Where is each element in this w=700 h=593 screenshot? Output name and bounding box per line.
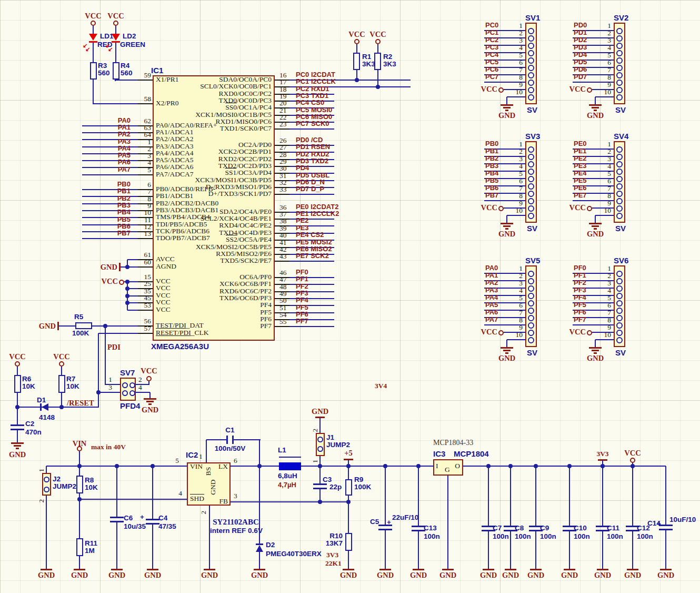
header-pin[interactable]: [528, 161, 534, 167]
sv7-pin[interactable]: [129, 382, 135, 388]
jumper-pin[interactable]: [317, 446, 323, 452]
sv7-pin[interactable]: [122, 390, 128, 396]
jumper-pin[interactable]: [44, 487, 49, 492]
header-pin[interactable]: [528, 285, 534, 292]
header-pin[interactable]: [616, 285, 623, 292]
sv7-pin[interactable]: [129, 390, 135, 396]
led-icon[interactable]: [89, 34, 97, 41]
vcc-icon[interactable]: [15, 361, 20, 367]
header-pin[interactable]: [528, 72, 534, 78]
header-pin[interactable]: [528, 183, 534, 190]
resistor-r7[interactable]: [58, 375, 65, 393]
header-pin[interactable]: [528, 213, 534, 219]
header-pin[interactable]: [616, 176, 623, 182]
diode-d1-icon[interactable]: [42, 403, 48, 411]
header-pin[interactable]: [616, 87, 623, 93]
vcc-icon[interactable]: [91, 21, 96, 26]
header-pin[interactable]: [616, 28, 623, 34]
header-pin[interactable]: [616, 205, 623, 212]
header-pin[interactable]: [616, 322, 623, 329]
vcc-icon[interactable]: [587, 87, 592, 93]
header-pin[interactable]: [528, 300, 534, 307]
header-pin[interactable]: [616, 191, 623, 197]
resistor-r6[interactable]: [14, 375, 21, 393]
header-pin[interactable]: [616, 35, 623, 42]
vcc-icon[interactable]: [587, 330, 592, 335]
resistor-r1[interactable]: [353, 53, 360, 70]
header-pin[interactable]: [528, 50, 534, 56]
header-pin[interactable]: [528, 43, 534, 49]
header-pin[interactable]: [528, 146, 534, 153]
sv7-body[interactable]: [120, 378, 136, 401]
vin-icon[interactable]: [77, 446, 82, 451]
diode-d2-icon[interactable]: [256, 545, 263, 552]
vcc-icon[interactable]: [498, 87, 504, 93]
header-pin[interactable]: [528, 169, 534, 175]
resistor-r8[interactable]: [76, 476, 83, 493]
header-pin[interactable]: [616, 293, 623, 299]
header-pin[interactable]: [616, 50, 623, 56]
header-pin[interactable]: [616, 213, 623, 219]
header-pin[interactable]: [616, 315, 623, 321]
led-icon[interactable]: [112, 34, 120, 41]
header-pin[interactable]: [528, 315, 534, 321]
header-pin[interactable]: [528, 87, 534, 93]
header-pin[interactable]: [528, 191, 534, 197]
header-pin[interactable]: [616, 271, 623, 277]
resistor-r11[interactable]: [76, 538, 83, 556]
header-pin[interactable]: [528, 94, 534, 101]
header-pin[interactable]: [528, 330, 534, 336]
header-pin[interactable]: [528, 176, 534, 182]
header-pin[interactable]: [616, 308, 623, 314]
vcc-icon[interactable]: [113, 21, 118, 26]
header-pin[interactable]: [528, 271, 534, 277]
vcc-icon[interactable]: [375, 39, 381, 44]
header-pin[interactable]: [528, 80, 534, 86]
vcc-icon[interactable]: [630, 458, 635, 463]
resistor-r9[interactable]: [345, 479, 352, 496]
resistor-r10[interactable]: [345, 533, 352, 551]
header-pin[interactable]: [528, 35, 534, 42]
header-pin[interactable]: [616, 80, 623, 86]
header-pin[interactable]: [616, 278, 623, 284]
header-pin[interactable]: [616, 57, 623, 64]
resistor-r4[interactable]: [113, 62, 119, 80]
header-pin[interactable]: [616, 65, 623, 71]
header-pin[interactable]: [616, 337, 623, 343]
vcc-icon[interactable]: [59, 361, 64, 367]
header-pin[interactable]: [528, 57, 534, 64]
resistor-r3[interactable]: [90, 62, 97, 80]
jumper-pin[interactable]: [44, 477, 49, 482]
jumper-pin[interactable]: [317, 437, 323, 442]
resistor-r5[interactable]: [75, 322, 92, 329]
header-pin[interactable]: [616, 330, 623, 336]
header-pin[interactable]: [528, 198, 534, 204]
vcc-icon[interactable]: [146, 376, 152, 381]
header-pin[interactable]: [616, 94, 623, 101]
header-pin[interactable]: [528, 337, 534, 343]
vcc-icon[interactable]: [119, 280, 124, 285]
inductor-l1-icon[interactable]: [279, 462, 301, 470]
resistor-r2[interactable]: [374, 53, 381, 70]
header-pin[interactable]: [616, 72, 623, 78]
header-pin[interactable]: [528, 308, 534, 314]
header-pin[interactable]: [616, 198, 623, 204]
header-pin[interactable]: [528, 278, 534, 284]
header-pin[interactable]: [528, 205, 534, 212]
header-pin[interactable]: [616, 300, 623, 307]
sv7-pin[interactable]: [122, 382, 128, 388]
header-pin[interactable]: [616, 43, 623, 49]
header-pin[interactable]: [616, 183, 623, 190]
header-pin[interactable]: [528, 28, 534, 34]
vcc-icon[interactable]: [587, 206, 592, 211]
header-pin[interactable]: [616, 161, 623, 167]
header-pin[interactable]: [616, 146, 623, 153]
header-pin[interactable]: [528, 322, 534, 329]
vcc-icon[interactable]: [498, 330, 504, 335]
header-pin[interactable]: [616, 169, 623, 175]
vcc-icon[interactable]: [354, 39, 359, 44]
header-pin[interactable]: [528, 154, 534, 160]
header-pin[interactable]: [616, 154, 623, 160]
header-pin[interactable]: [528, 293, 534, 299]
header-pin[interactable]: [528, 65, 534, 71]
